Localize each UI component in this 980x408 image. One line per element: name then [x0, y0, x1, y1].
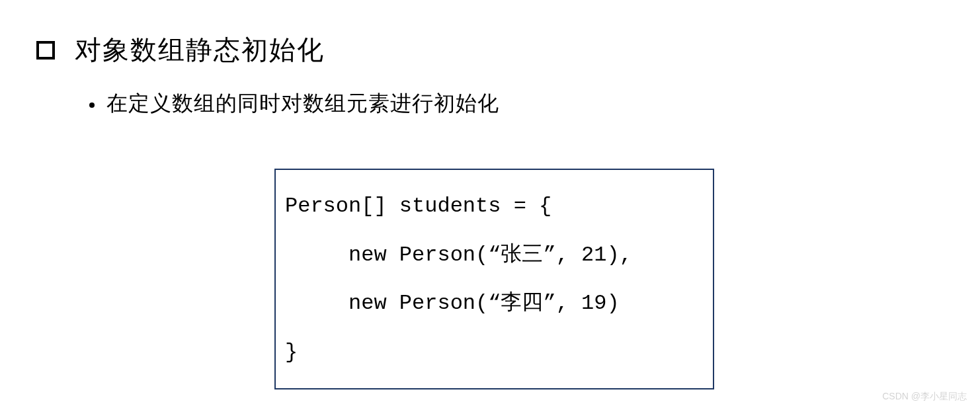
code-example-box: Person[] students = { new Person(“张三”, 2… [274, 169, 714, 389]
code-line-4: } [285, 340, 298, 364]
code-line-1: Person[] students = { [285, 194, 551, 218]
code-line-3: new Person(“李四”, 19) [285, 291, 620, 315]
watermark-text: CSDN @李小星同志 [882, 391, 967, 403]
dot-bullet-icon [89, 102, 95, 108]
heading-row: 对象数组静态初始化 [36, 32, 325, 68]
subheading-row: 在定义数组的同时对数组元素进行初始化 [89, 89, 499, 118]
heading-text: 对象数组静态初始化 [75, 32, 325, 68]
subheading-text: 在定义数组的同时对数组元素进行初始化 [106, 89, 499, 118]
code-line-2: new Person(“张三”, 21), [285, 243, 632, 267]
square-bullet-icon [36, 41, 55, 60]
code-content: Person[] students = { new Person(“张三”, 2… [285, 182, 704, 376]
